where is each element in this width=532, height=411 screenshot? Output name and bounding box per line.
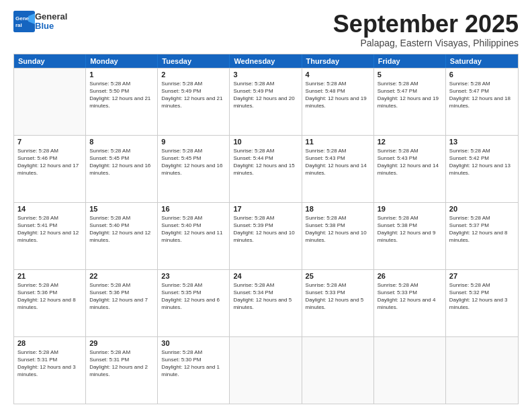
location: Palapag, Eastern Visayas, Philippines (333, 38, 519, 48)
calendar-cell-empty (374, 337, 446, 404)
day-number: 5 (378, 71, 442, 79)
logo-icon: Gene ral (13, 11, 35, 32)
day-info: Sunrise: 5:28 AM Sunset: 5:47 PM Dayligh… (449, 80, 515, 110)
calendar-week-3: 14Sunrise: 5:28 AM Sunset: 5:41 PM Dayli… (14, 202, 518, 269)
day-number: 18 (306, 205, 370, 213)
day-info: Sunrise: 5:28 AM Sunset: 5:38 PM Dayligh… (378, 214, 442, 244)
day-info: Sunrise: 5:28 AM Sunset: 5:39 PM Dayligh… (233, 214, 298, 244)
day-header-saturday: Saturday (446, 54, 518, 68)
day-number: 23 (161, 272, 226, 280)
calendar-cell-empty (446, 337, 518, 404)
day-number: 20 (449, 205, 515, 213)
calendar-cell-19: 19Sunrise: 5:28 AM Sunset: 5:38 PM Dayli… (374, 203, 446, 269)
day-number: 14 (17, 205, 82, 213)
calendar-cell-4: 4Sunrise: 5:28 AM Sunset: 5:48 PM Daylig… (302, 68, 374, 135)
header: Gene ral General Blue September 2025 Pal… (13, 11, 519, 48)
calendar-cell-29: 29Sunrise: 5:28 AM Sunset: 5:31 PM Dayli… (86, 337, 158, 404)
calendar-body: 1Sunrise: 5:28 AM Sunset: 5:50 PM Daylig… (14, 68, 518, 404)
day-info: Sunrise: 5:28 AM Sunset: 5:31 PM Dayligh… (17, 349, 82, 379)
svg-rect-2 (13, 11, 28, 32)
day-number: 6 (449, 71, 515, 79)
svg-text:ral: ral (15, 22, 22, 28)
day-number: 22 (89, 272, 154, 280)
calendar-cell-11: 11Sunrise: 5:28 AM Sunset: 5:43 PM Dayli… (302, 136, 374, 202)
day-number: 3 (233, 71, 298, 79)
day-header-tuesday: Tuesday (158, 54, 230, 68)
calendar-cell-30: 30Sunrise: 5:28 AM Sunset: 5:30 PM Dayli… (158, 337, 230, 404)
day-number: 27 (449, 272, 515, 280)
day-number: 16 (161, 205, 226, 213)
day-header-sunday: Sunday (14, 54, 86, 68)
calendar-cell-22: 22Sunrise: 5:28 AM Sunset: 5:36 PM Dayli… (86, 270, 158, 336)
day-info: Sunrise: 5:28 AM Sunset: 5:42 PM Dayligh… (449, 147, 515, 177)
day-info: Sunrise: 5:28 AM Sunset: 5:43 PM Dayligh… (306, 147, 370, 177)
calendar-cell-2: 2Sunrise: 5:28 AM Sunset: 5:49 PM Daylig… (158, 68, 230, 135)
day-number: 8 (89, 138, 154, 146)
day-info: Sunrise: 5:28 AM Sunset: 5:41 PM Dayligh… (17, 214, 82, 244)
calendar-cell-9: 9Sunrise: 5:28 AM Sunset: 5:45 PM Daylig… (158, 136, 230, 202)
day-header-wednesday: Wednesday (230, 54, 302, 68)
day-info: Sunrise: 5:28 AM Sunset: 5:50 PM Dayligh… (89, 80, 154, 110)
calendar-week-5: 28Sunrise: 5:28 AM Sunset: 5:31 PM Dayli… (14, 336, 518, 404)
calendar-cell-21: 21Sunrise: 5:28 AM Sunset: 5:36 PM Dayli… (14, 270, 86, 336)
calendar-week-4: 21Sunrise: 5:28 AM Sunset: 5:36 PM Dayli… (14, 269, 518, 336)
day-info: Sunrise: 5:28 AM Sunset: 5:34 PM Dayligh… (233, 281, 298, 312)
calendar-cell-3: 3Sunrise: 5:28 AM Sunset: 5:49 PM Daylig… (230, 68, 302, 135)
calendar-cell-empty (14, 68, 86, 135)
calendar-cell-empty (302, 337, 374, 404)
calendar: SundayMondayTuesdayWednesdayThursdayFrid… (13, 54, 519, 404)
day-info: Sunrise: 5:28 AM Sunset: 5:45 PM Dayligh… (161, 147, 226, 177)
calendar-cell-13: 13Sunrise: 5:28 AM Sunset: 5:42 PM Dayli… (446, 136, 518, 202)
calendar-cell-14: 14Sunrise: 5:28 AM Sunset: 5:41 PM Dayli… (14, 203, 86, 269)
day-number: 2 (161, 71, 226, 79)
logo-text: General Blue (35, 12, 67, 32)
calendar-cell-8: 8Sunrise: 5:28 AM Sunset: 5:45 PM Daylig… (86, 136, 158, 202)
day-header-thursday: Thursday (302, 54, 374, 68)
calendar-cell-20: 20Sunrise: 5:28 AM Sunset: 5:37 PM Dayli… (446, 203, 518, 269)
logo-blue: Blue (35, 21, 67, 31)
logo: Gene ral General Blue (13, 11, 67, 32)
day-number: 13 (449, 138, 515, 146)
calendar-cell-15: 15Sunrise: 5:28 AM Sunset: 5:40 PM Dayli… (86, 203, 158, 269)
calendar-cell-24: 24Sunrise: 5:28 AM Sunset: 5:34 PM Dayli… (230, 270, 302, 336)
day-number: 19 (378, 205, 442, 213)
day-number: 17 (233, 205, 298, 213)
day-number: 21 (17, 272, 82, 280)
calendar-cell-10: 10Sunrise: 5:28 AM Sunset: 5:44 PM Dayli… (230, 136, 302, 202)
day-number: 12 (378, 138, 442, 146)
day-number: 10 (233, 138, 298, 146)
calendar-cell-17: 17Sunrise: 5:28 AM Sunset: 5:39 PM Dayli… (230, 203, 302, 269)
logo-general: General (35, 12, 67, 21)
calendar-week-2: 7Sunrise: 5:28 AM Sunset: 5:46 PM Daylig… (14, 135, 518, 202)
day-info: Sunrise: 5:28 AM Sunset: 5:32 PM Dayligh… (449, 281, 515, 312)
day-info: Sunrise: 5:28 AM Sunset: 5:40 PM Dayligh… (161, 214, 226, 244)
calendar-cell-27: 27Sunrise: 5:28 AM Sunset: 5:32 PM Dayli… (446, 270, 518, 336)
day-info: Sunrise: 5:28 AM Sunset: 5:31 PM Dayligh… (89, 349, 154, 379)
day-number: 24 (233, 272, 298, 280)
title-block: September 2025 Palapag, Eastern Visayas,… (333, 11, 519, 48)
calendar-cell-23: 23Sunrise: 5:28 AM Sunset: 5:35 PM Dayli… (158, 270, 230, 336)
day-number: 9 (161, 138, 226, 146)
day-info: Sunrise: 5:28 AM Sunset: 5:33 PM Dayligh… (306, 281, 370, 312)
day-info: Sunrise: 5:28 AM Sunset: 5:47 PM Dayligh… (378, 80, 442, 110)
day-number: 30 (161, 339, 226, 347)
calendar-cell-26: 26Sunrise: 5:28 AM Sunset: 5:33 PM Dayli… (374, 270, 446, 336)
day-info: Sunrise: 5:28 AM Sunset: 5:37 PM Dayligh… (449, 214, 515, 244)
day-info: Sunrise: 5:28 AM Sunset: 5:49 PM Dayligh… (161, 80, 226, 110)
calendar-cell-6: 6Sunrise: 5:28 AM Sunset: 5:47 PM Daylig… (446, 68, 518, 135)
day-info: Sunrise: 5:28 AM Sunset: 5:43 PM Dayligh… (378, 147, 442, 177)
day-info: Sunrise: 5:28 AM Sunset: 5:33 PM Dayligh… (378, 281, 442, 312)
calendar-cell-5: 5Sunrise: 5:28 AM Sunset: 5:47 PM Daylig… (374, 68, 446, 135)
page: Gene ral General Blue September 2025 Pal… (0, 0, 532, 411)
calendar-cell-7: 7Sunrise: 5:28 AM Sunset: 5:46 PM Daylig… (14, 136, 86, 202)
calendar-cell-16: 16Sunrise: 5:28 AM Sunset: 5:40 PM Dayli… (158, 203, 230, 269)
svg-text:Gene: Gene (15, 15, 30, 21)
calendar-cell-25: 25Sunrise: 5:28 AM Sunset: 5:33 PM Dayli… (302, 270, 374, 336)
day-number: 1 (89, 71, 154, 79)
day-info: Sunrise: 5:28 AM Sunset: 5:38 PM Dayligh… (306, 214, 370, 244)
day-number: 28 (17, 339, 82, 347)
day-header-friday: Friday (374, 54, 446, 68)
day-number: 25 (306, 272, 370, 280)
day-info: Sunrise: 5:28 AM Sunset: 5:46 PM Dayligh… (17, 147, 82, 177)
day-number: 4 (306, 71, 370, 79)
